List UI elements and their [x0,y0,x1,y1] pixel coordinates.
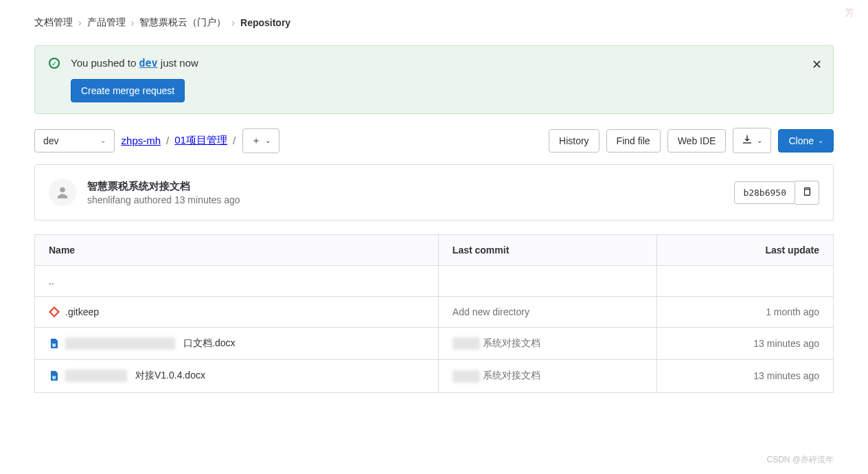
history-button[interactable]: History [549,129,599,153]
file-path: zhps-mh / 01项目管理 / [122,134,236,147]
find-file-button[interactable]: Find file [606,129,661,153]
create-merge-request-button[interactable]: Create merge request [71,79,185,102]
cell-commit: Add new directory [438,297,656,328]
chevron-down-icon: ⌄ [100,137,106,144]
last-commit-panel: 智慧票税系统对接文档 shenlifang authored 13 minute… [34,164,834,221]
push-alert: ✓ You pushed to dev just now ✕ Create me… [34,45,834,114]
cell-name: .. [35,266,439,297]
commit-meta: shenlifang authored 13 minutes ago [87,194,240,205]
svg-point-0 [60,188,65,193]
cell-name: .gitkeep [35,297,439,328]
breadcrumb-item[interactable]: Repository [240,17,290,28]
path-segment[interactable]: 01项目管理 [174,134,227,147]
chevron-right-icon: › [131,17,135,28]
branch-name: dev [43,135,59,146]
table-row[interactable]: .gitkeep Add new directory 1 month ago [35,297,834,328]
path-separator: / [233,135,236,146]
breadcrumb-item[interactable]: 文档管理 [34,16,73,29]
file-link[interactable]: 对接V1.0.4.docx [49,370,424,382]
table-row[interactable]: 对接V1.0.4.docx 系统对接文档 13 minutes ago [35,360,834,392]
cell-commit: 系统对接文档 [438,360,656,392]
branch-link[interactable]: dev [139,57,158,69]
file-link[interactable]: 口文档.docx [49,337,424,350]
cell-commit: 系统对接文档 [438,328,656,360]
plus-icon: ＋ [251,135,261,147]
breadcrumb: 文档管理 › 产品管理 › 智慧票税云（门户） › Repository [34,0,834,37]
table-row[interactable]: .. [35,266,834,297]
add-file-dropdown[interactable]: ＋ ⌄ [242,128,279,153]
parent-dir-link[interactable]: .. [49,275,424,286]
cell-update: 13 minutes ago [656,360,833,392]
col-last-commit: Last commit [438,235,656,266]
file-link[interactable]: .gitkeep [49,306,424,317]
chevron-down-icon: ⌄ [818,137,823,144]
path-separator: / [166,135,169,146]
col-name: Name [35,235,439,266]
path-segment[interactable]: zhps-mh [122,135,161,146]
avatar [49,179,76,206]
cell-update: 1 month ago [656,297,833,328]
cell-update: 13 minutes ago [656,328,833,360]
copy-sha-button[interactable] [795,181,819,205]
commit-sha[interactable]: b28b6950 [734,181,795,204]
commit-title[interactable]: 智慧票税系统对接文档 [87,180,240,193]
chevron-down-icon: ⌄ [265,137,271,144]
breadcrumb-item[interactable]: 智慧票税云（门户） [139,16,226,29]
watermark-badge: 芳 [845,7,854,19]
chevron-down-icon: ⌄ [757,137,762,144]
svg-rect-1 [805,189,810,195]
check-circle-icon: ✓ [49,58,60,69]
repo-toolbar: dev ⌄ zhps-mh / 01项目管理 / ＋ ⌄ History Fin… [34,128,834,153]
clone-button[interactable]: Clone ⌄ [778,129,834,153]
cell-commit [438,266,656,297]
cell-name: 口文档.docx [35,328,439,360]
col-last-update: Last update [656,235,833,266]
web-ide-button[interactable]: Web IDE [667,129,727,153]
alert-message: You pushed to dev just now [71,57,198,69]
file-table: Name Last commit Last update .. .gitkeep… [34,234,834,393]
table-row[interactable]: 口文档.docx 系统对接文档 13 minutes ago [35,328,834,360]
download-icon [742,134,753,147]
chevron-right-icon: › [78,17,82,28]
close-icon[interactable]: ✕ [812,57,822,72]
breadcrumb-item[interactable]: 产品管理 [87,16,126,29]
chevron-right-icon: › [231,17,235,28]
cell-name: 对接V1.0.4.docx [35,360,439,392]
cell-update [656,266,833,297]
download-dropdown[interactable]: ⌄ [733,128,771,153]
branch-selector[interactable]: dev ⌄ [34,129,115,153]
